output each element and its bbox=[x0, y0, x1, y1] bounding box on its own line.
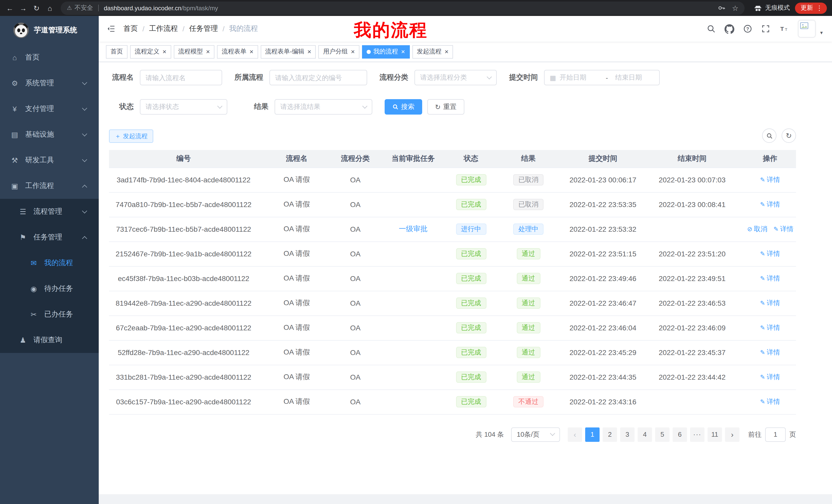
next-page-button[interactable]: › bbox=[725, 427, 739, 442]
cancel-link[interactable]: ⊘取消 bbox=[747, 225, 767, 234]
close-icon[interactable]: × bbox=[205, 48, 210, 55]
cell-current-task bbox=[375, 266, 451, 291]
page-button-3[interactable]: 3 bbox=[620, 427, 634, 442]
process-definition-input[interactable] bbox=[269, 70, 367, 85]
close-icon[interactable]: × bbox=[400, 48, 405, 55]
sidebar-item-leave-query[interactable]: ♟请假查询 bbox=[0, 327, 99, 353]
tab-home[interactable]: 首页 bbox=[106, 45, 128, 58]
page-button-5[interactable]: 5 bbox=[655, 427, 670, 442]
detail-link[interactable]: ✎详情 bbox=[760, 274, 780, 283]
hamburger-icon[interactable] bbox=[99, 24, 123, 33]
page-button-1[interactable]: 1 bbox=[585, 427, 600, 442]
page-button-4[interactable]: 4 bbox=[638, 427, 652, 442]
page-button-6[interactable]: 6 bbox=[673, 427, 687, 442]
sidebar-item-home[interactable]: ⌂首页 bbox=[0, 45, 99, 71]
breadcrumb-item-workflow[interactable]: 工作流程 bbox=[149, 24, 178, 33]
home-icon[interactable]: ⌂ bbox=[43, 1, 57, 15]
cell-submit-time: 2022-01-22 23:46:04 bbox=[566, 315, 640, 340]
detail-link[interactable]: ✎详情 bbox=[760, 299, 780, 308]
sidebar-item-system[interactable]: ⚙系统管理 bbox=[0, 71, 99, 96]
tab-my-process[interactable]: 我的流程× bbox=[362, 45, 410, 58]
sidebar-item-task-mgmt[interactable]: ⚑任务管理 bbox=[0, 225, 99, 250]
status-badge: 已完成 bbox=[456, 396, 486, 408]
sidebar-item-infrastructure[interactable]: ▤基础设施 bbox=[0, 122, 99, 147]
tab-user-group[interactable]: 用户分组× bbox=[318, 45, 359, 58]
detail-link[interactable]: ✎详情 bbox=[760, 175, 780, 185]
page-button-11[interactable]: 11 bbox=[707, 427, 722, 442]
url-text[interactable]: dashboard.yudao.iocoder.cn/bpm/task/my bbox=[104, 4, 218, 11]
cell-name: OA 请假 bbox=[258, 192, 335, 217]
reset-button[interactable]: ↻ 重置 bbox=[427, 99, 464, 115]
page-size-select[interactable]: 10条/页 bbox=[511, 427, 560, 442]
detail-link[interactable]: ✎详情 bbox=[760, 323, 780, 332]
breadcrumb-item-current: 我的流程 bbox=[229, 24, 258, 33]
start-process-button[interactable]: ＋ 发起流程 bbox=[109, 130, 153, 143]
filter-result: 结果 请选择流结果 bbox=[240, 99, 372, 115]
breadcrumb-item-task-mgmt[interactable]: 任务管理 bbox=[189, 24, 218, 33]
cell-end-time: 2022-01-22 23:51:20 bbox=[640, 242, 744, 266]
tab-process-form-edit[interactable]: 流程表单-编辑× bbox=[261, 45, 316, 58]
close-icon[interactable]: × bbox=[307, 48, 311, 55]
tab-start-process[interactable]: 发起流程× bbox=[412, 45, 453, 58]
tab-process-definition[interactable]: 流程定义× bbox=[130, 45, 171, 58]
navbar-actions: ? TT ▾ bbox=[706, 20, 832, 37]
github-icon[interactable] bbox=[725, 24, 734, 34]
cell-actions: ✎详情 bbox=[744, 192, 796, 217]
close-icon[interactable]: × bbox=[249, 48, 253, 55]
more-pages-button[interactable]: ··· bbox=[690, 427, 704, 442]
close-icon[interactable]: × bbox=[350, 48, 355, 55]
tab-process-model[interactable]: 流程模型× bbox=[174, 45, 214, 58]
reload-icon[interactable]: ↻ bbox=[30, 1, 43, 15]
detail-link[interactable]: ✎详情 bbox=[760, 249, 780, 258]
detail-link[interactable]: ✎详情 bbox=[760, 397, 780, 407]
search-icon[interactable] bbox=[706, 24, 716, 33]
result-select[interactable]: 请选择流结果 bbox=[275, 99, 372, 115]
cell-result: 通过 bbox=[491, 340, 566, 365]
help-icon[interactable]: ? bbox=[743, 24, 752, 33]
logo-bar[interactable]: 芋道管理系统 bbox=[0, 16, 99, 45]
detail-link[interactable]: ✎详情 bbox=[760, 200, 780, 209]
process-category-select[interactable]: 请选择流程分类 bbox=[414, 70, 497, 85]
detail-link[interactable]: ✎详情 bbox=[760, 372, 780, 382]
cell-actions: ✎详情 bbox=[744, 291, 796, 315]
close-icon[interactable]: × bbox=[444, 48, 448, 55]
cell-name: OA 请假 bbox=[258, 365, 335, 389]
filter-row-2: 状态 请选择状态 结果 请选择流结果 bbox=[109, 99, 796, 115]
close-icon[interactable]: × bbox=[162, 48, 166, 55]
toggle-search-button[interactable] bbox=[762, 129, 777, 143]
font-size-icon[interactable]: TT bbox=[779, 24, 789, 33]
submit-time-range-picker[interactable]: ▦ 开始日期 - 结束日期 bbox=[544, 70, 660, 85]
detail-link[interactable]: ✎详情 bbox=[773, 225, 794, 234]
goto-page-input[interactable] bbox=[765, 427, 786, 442]
sidebar-item-done-task[interactable]: ✂已办任务 bbox=[0, 302, 99, 327]
cell-actions: ✎详情 bbox=[744, 340, 796, 365]
security-label[interactable]: 不安全 bbox=[75, 4, 93, 12]
breadcrumb-item-home[interactable]: 首页 bbox=[123, 24, 138, 33]
search-button[interactable]: 搜索 bbox=[385, 99, 422, 115]
page-button-2[interactable]: 2 bbox=[603, 427, 617, 442]
sidebar-item-workflow[interactable]: ▣工作流程 bbox=[0, 173, 99, 199]
sidebar-item-todo-task[interactable]: ◉待办任务 bbox=[0, 276, 99, 302]
detail-link[interactable]: ✎详情 bbox=[760, 348, 780, 357]
cell-actions: ✎详情 bbox=[744, 389, 796, 414]
browser-menu-dots-icon[interactable]: ⋮ bbox=[814, 4, 825, 12]
prev-page-button[interactable]: ‹ bbox=[568, 427, 582, 442]
refresh-table-button[interactable]: ↻ bbox=[782, 129, 796, 143]
address-bar[interactable]: ⚠ 不安全 dashboard.yudao.iocoder.cn/bpm/tas… bbox=[61, 1, 745, 15]
fullscreen-icon[interactable] bbox=[761, 24, 770, 33]
forward-icon[interactable]: → bbox=[17, 1, 30, 15]
update-button[interactable]: 更新 ⋮ bbox=[795, 2, 827, 13]
current-task-link[interactable]: 一级审批 bbox=[399, 225, 427, 233]
process-name-input[interactable] bbox=[140, 70, 222, 85]
sidebar-item-my-process[interactable]: ✉我的流程 bbox=[0, 250, 99, 276]
avatar[interactable] bbox=[798, 20, 815, 37]
tab-process-form[interactable]: 流程表单× bbox=[217, 45, 258, 58]
back-icon[interactable]: ← bbox=[3, 1, 17, 15]
avatar-caret-down-icon[interactable]: ▾ bbox=[820, 30, 823, 37]
status-select[interactable]: 请选择状态 bbox=[140, 99, 227, 115]
sidebar-item-process-mgmt[interactable]: ☰流程管理 bbox=[0, 199, 99, 225]
sidebar-item-devtools[interactable]: ⚒研发工具 bbox=[0, 147, 99, 173]
key-icon[interactable] bbox=[718, 4, 726, 12]
sidebar-item-payment[interactable]: ¥支付管理 bbox=[0, 96, 99, 122]
bookmark-star-icon[interactable]: ☆ bbox=[732, 4, 738, 12]
